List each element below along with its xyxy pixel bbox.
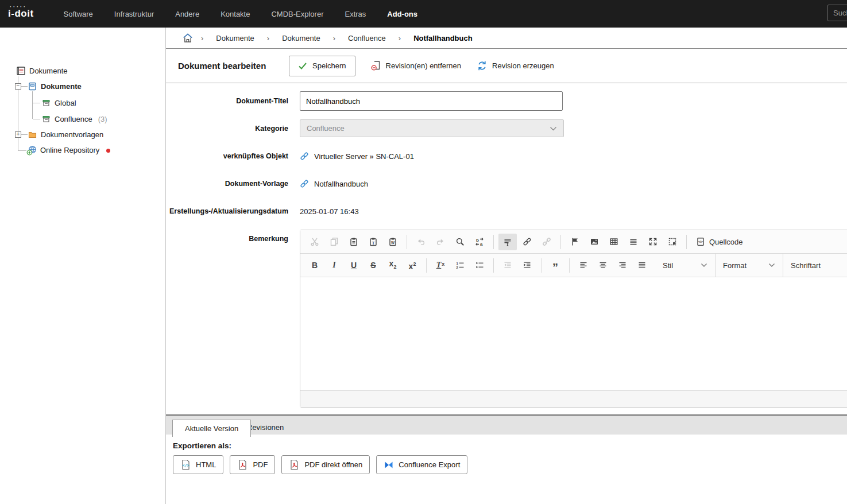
create-revision-button[interactable]: Revision erzeugen	[477, 60, 554, 71]
tree-node-confluence[interactable]: Confluence (3)	[41, 114, 107, 124]
breadcrumb-current: Notfallhandbuch	[413, 34, 473, 42]
tree-line	[33, 119, 40, 119]
expand-expander[interactable]	[15, 131, 21, 138]
export-html-button[interactable]: </> HTML	[173, 455, 223, 474]
show-blocks-button[interactable]	[663, 234, 682, 250]
show-blocks-icon	[668, 237, 677, 246]
indent-button[interactable]	[518, 257, 536, 274]
linked-object-label: verknüpftes Objekt	[165, 152, 288, 160]
strikethrough-icon: S	[370, 261, 376, 269]
blockquote-button[interactable]: ”	[546, 257, 564, 274]
find-button[interactable]	[451, 234, 469, 250]
logo-dots-decoration: ·····	[10, 4, 27, 10]
tab-aktuelle-version[interactable]: Aktuelle Version	[172, 420, 251, 437]
redo-button[interactable]	[431, 234, 450, 250]
template-label: Dokument-Vorlage	[165, 180, 288, 188]
nav-item-kontakte[interactable]: Kontakte	[221, 10, 250, 18]
align-right-button[interactable]	[613, 257, 632, 274]
svg-text:a: a	[480, 242, 483, 247]
toolbar-separator	[493, 235, 494, 249]
italic-button[interactable]: I	[325, 257, 343, 274]
unlink-button[interactable]	[537, 234, 556, 250]
export-pdf-button[interactable]: PDF	[230, 455, 275, 474]
select-all-button[interactable]	[498, 234, 517, 250]
align-left-button[interactable]	[574, 257, 593, 274]
tree-node-global[interactable]: Global	[41, 98, 76, 108]
home-button[interactable]	[183, 33, 193, 43]
justify-button[interactable]	[633, 257, 651, 274]
paste-text-icon: T	[369, 237, 378, 246]
nav-item-software[interactable]: Software	[64, 10, 93, 18]
cut-button[interactable]	[305, 234, 324, 250]
nav-item-infrastruktur[interactable]: Infrastruktur	[114, 10, 154, 18]
search-input[interactable]	[827, 5, 847, 21]
breadcrumb-confluence[interactable]: Confluence	[348, 34, 386, 42]
tree-node-label: Online Repository	[40, 146, 99, 155]
collapse-expander[interactable]	[15, 83, 21, 90]
nav-item-add-ons[interactable]: Add-ons	[387, 10, 417, 18]
paste-text-button[interactable]: T	[364, 234, 382, 250]
tree-node-label: Dokumente	[41, 82, 82, 91]
anchor-icon	[570, 237, 579, 246]
category-select[interactable]: Confluence	[300, 119, 564, 137]
tree-line	[32, 91, 33, 119]
editor-content-area[interactable]	[300, 277, 847, 390]
copy-button[interactable]	[325, 234, 343, 250]
save-button[interactable]: Speichern	[289, 56, 355, 76]
svg-text:W: W	[391, 241, 395, 245]
nav-item-cmdb-explorer[interactable]: CMDB-Explorer	[271, 10, 323, 18]
breadcrumb-dokumente-2[interactable]: Dokumente	[282, 34, 320, 42]
maximize-button[interactable]	[644, 234, 662, 250]
remove-format-button[interactable]: Tx	[431, 257, 450, 274]
justify-icon	[637, 261, 647, 270]
remove-revisions-button[interactable]: Revision(en) entfernen	[371, 60, 462, 71]
chain-link-icon	[300, 179, 309, 188]
image-button[interactable]	[585, 234, 604, 250]
link-button[interactable]	[518, 234, 536, 250]
nav-item-extras[interactable]: Extras	[345, 10, 366, 18]
anchor-button[interactable]	[566, 234, 584, 250]
toolbar-combo-format[interactable]: Format	[715, 254, 783, 277]
outdent-button[interactable]	[498, 257, 517, 274]
chevron-down-icon	[768, 263, 775, 267]
toolbar-combo-stil[interactable]: Stil	[655, 254, 715, 277]
save-button-label: Speichern	[312, 61, 346, 70]
form-row-title: Dokument-Titel	[165, 91, 563, 111]
breadcrumb-dokumente-1[interactable]: Dokumente	[216, 34, 254, 42]
paste-button[interactable]	[345, 234, 363, 250]
underline-button[interactable]: U	[345, 257, 363, 274]
align-center-button[interactable]	[594, 257, 612, 274]
svg-text:</>: </>	[182, 463, 189, 468]
superscript-button[interactable]: x2	[403, 257, 421, 274]
tree-node-dokumentvorlagen[interactable]: Dokumentvorlagen	[28, 130, 103, 139]
linked-object-link[interactable]: Virtueller Server » SN-CAL-01	[314, 152, 414, 161]
numbered-list-button[interactable]: 12	[451, 257, 469, 274]
form-row-template: Dokument-Vorlage Notfallhandbuch	[165, 178, 368, 189]
chevron-right-icon: ›	[201, 34, 203, 42]
notification-dot	[106, 149, 110, 153]
document-template-link[interactable]: Notfallhandbuch	[314, 180, 368, 188]
table-button[interactable]	[605, 234, 623, 250]
horizontal-rule-button[interactable]	[624, 234, 643, 250]
strikethrough-button[interactable]: S	[364, 257, 382, 274]
toolbar-combo-schriftart[interactable]: Schriftart	[783, 254, 847, 277]
tab-strip: Aktuelle Version Revisionen	[166, 416, 847, 435]
bulleted-list-button[interactable]	[470, 257, 489, 274]
paste-word-button[interactable]: W	[384, 234, 402, 250]
replace-button[interactable]: ba	[470, 234, 489, 250]
svg-text:T: T	[372, 241, 375, 246]
tree-node-dokumente-root[interactable]: Dokumente	[16, 66, 67, 76]
bold-button[interactable]: B	[305, 257, 324, 274]
subscript-button[interactable]: x2	[384, 257, 402, 274]
undo-button[interactable]	[412, 234, 430, 250]
document-title-input[interactable]	[300, 91, 563, 111]
tree-node-dokumente[interactable]: Dokumente	[28, 82, 82, 91]
idoit-logo[interactable]: ····· i-doit	[8, 8, 34, 20]
page-title: Dokument bearbeiten	[178, 61, 279, 71]
export-confluence-button[interactable]: Confluence Export	[376, 455, 467, 474]
tree-node-online-repository[interactable]: Online Repository	[26, 145, 110, 156]
export-pdf-open-button[interactable]: PDF direkt öffnen	[281, 455, 370, 474]
nav-item-andere[interactable]: Andere	[175, 10, 199, 18]
source-button[interactable]: </>Quellcode	[691, 234, 748, 250]
horizontal-rule-icon	[629, 237, 638, 246]
